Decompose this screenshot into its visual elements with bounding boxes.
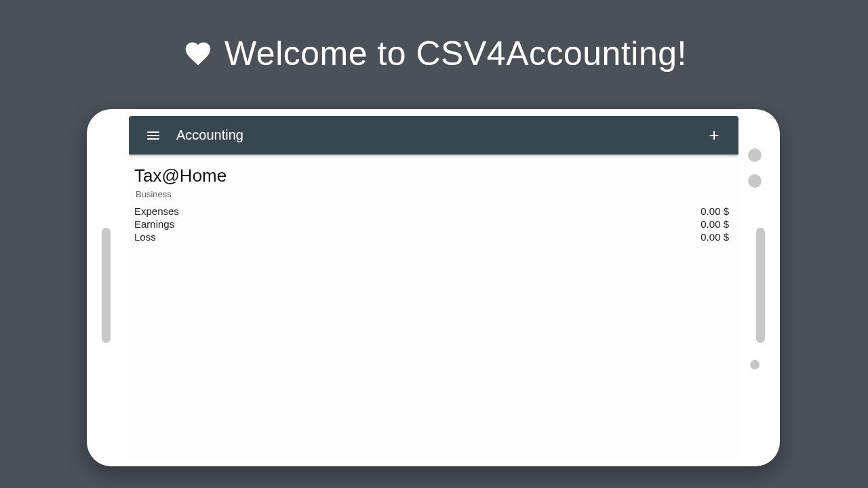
device-left-handle <box>102 228 111 343</box>
hero-title: Welcome to CSV4Accounting! <box>224 34 687 73</box>
row-value: 0.00 $ <box>701 231 729 243</box>
device-right-scroll <box>756 228 765 343</box>
plus-icon: + <box>709 125 719 146</box>
summary-row: Earnings 0.00 $ <box>134 218 729 230</box>
app-bar: Accounting + <box>129 116 738 155</box>
appbar-title: Accounting <box>176 127 701 143</box>
device-frame: Accounting + Tax@Home Business Expenses … <box>87 109 780 466</box>
device-dot <box>750 360 760 369</box>
hero-banner: Welcome to CSV4Accounting! <box>0 34 868 73</box>
device-dot <box>748 148 762 162</box>
row-label: Expenses <box>134 205 179 217</box>
app-screen: Accounting + Tax@Home Business Expenses … <box>129 116 738 460</box>
row-label: Loss <box>134 231 156 243</box>
document-subtitle: Business <box>136 189 729 199</box>
menu-icon <box>147 131 159 140</box>
heart-icon <box>181 39 215 68</box>
row-value: 0.00 $ <box>701 218 729 230</box>
summary-row: Expenses 0.00 $ <box>134 205 729 218</box>
add-button[interactable]: + <box>701 122 728 149</box>
device-dot <box>748 174 762 188</box>
summary-row: Loss 0.00 $ <box>134 230 729 243</box>
content-area: Tax@Home Business Expenses 0.00 $ Earnin… <box>129 155 738 243</box>
row-label: Earnings <box>134 218 174 230</box>
row-value: 0.00 $ <box>701 205 729 217</box>
menu-button[interactable] <box>140 122 167 149</box>
summary-rows: Expenses 0.00 $ Earnings 0.00 $ Loss 0.0… <box>134 205 729 243</box>
document-title[interactable]: Tax@Home <box>134 165 729 186</box>
